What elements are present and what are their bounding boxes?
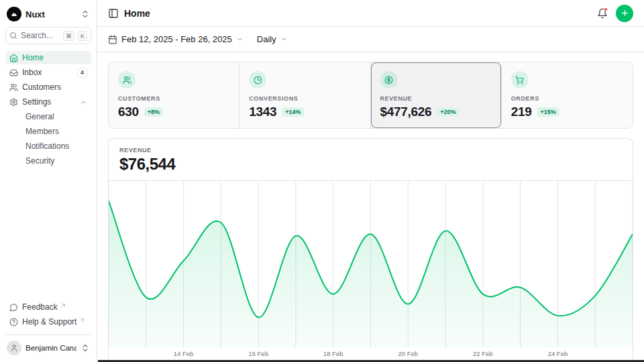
chevrons-up-down-icon bbox=[80, 343, 90, 353]
external-link-icon bbox=[79, 317, 85, 323]
stat-label: REVENUE bbox=[380, 95, 492, 102]
users-icon bbox=[9, 83, 18, 92]
footer-link-label: Help & Support bbox=[22, 317, 76, 326]
panel-left-icon bbox=[108, 8, 119, 19]
external-link-icon bbox=[60, 302, 66, 308]
chevron-up-icon bbox=[80, 99, 87, 106]
filters-toolbar: Feb 12, 2025 - Feb 26, 2025 Daily bbox=[97, 27, 644, 52]
x-axis-tick-label: 14 Feb bbox=[174, 350, 194, 357]
chart-title: REVENUE bbox=[119, 147, 622, 154]
stat-card-revenue[interactable]: REVENUE $477,626 +20% bbox=[371, 62, 502, 128]
main-header: Home bbox=[97, 0, 644, 27]
stat-card-orders[interactable]: ORDERS 219 +15% bbox=[502, 62, 633, 128]
date-range-label: Feb 12, 2025 - Feb 26, 2025 bbox=[121, 34, 232, 44]
main-panel: Home Feb 12, 2025 - Feb 26, 2025 Daily bbox=[97, 0, 644, 362]
stat-delta-badge: +20% bbox=[437, 107, 459, 117]
add-button[interactable] bbox=[616, 5, 633, 22]
user-menu[interactable]: Benjamin Canac bbox=[5, 335, 91, 357]
stat-delta-badge: +14% bbox=[282, 107, 304, 117]
revenue-chart-card: REVENUE $76,544 14 Feb16 Feb18 Feb20 Feb… bbox=[108, 138, 633, 362]
stat-delta-badge: +8% bbox=[144, 107, 163, 117]
x-axis-labels: 14 Feb16 Feb18 Feb20 Feb22 Feb24 Feb bbox=[109, 350, 633, 359]
header-actions bbox=[597, 5, 633, 22]
stat-label: ORDERS bbox=[511, 95, 623, 102]
chart-header: REVENUE $76,544 bbox=[109, 139, 633, 181]
stat-delta-badge: +15% bbox=[537, 107, 559, 117]
stat-card-conversions[interactable]: CONVERSIONS 1343 +14% bbox=[239, 62, 370, 128]
search-input[interactable]: Search... ⌘ K bbox=[5, 27, 91, 44]
notification-dot bbox=[604, 7, 608, 11]
nav-label: Inbox bbox=[22, 68, 42, 77]
x-axis-tick-label: 18 Feb bbox=[323, 350, 343, 357]
chevron-down-icon bbox=[280, 36, 288, 43]
chevron-down-icon bbox=[236, 36, 244, 43]
x-axis-tick-label: 20 Feb bbox=[398, 350, 418, 357]
stat-icon-circle bbox=[511, 71, 529, 88]
users-icon bbox=[123, 76, 131, 84]
sidebar-item-settings[interactable]: Settings bbox=[5, 95, 91, 109]
date-range-picker[interactable]: Feb 12, 2025 - Feb 26, 2025 bbox=[108, 34, 244, 44]
chart-plot-area[interactable]: 14 Feb16 Feb18 Feb20 Feb22 Feb24 Feb bbox=[109, 181, 633, 362]
revenue-area-chart bbox=[109, 181, 633, 347]
stat-card-customers[interactable]: CUSTOMERS 630 +8% bbox=[109, 62, 239, 128]
feedback-link[interactable]: Feedback bbox=[5, 300, 91, 314]
stat-icon-circle bbox=[118, 71, 136, 88]
calendar-icon bbox=[108, 35, 117, 44]
x-axis-tick-label: 16 Feb bbox=[248, 350, 268, 357]
sidebar-item-general[interactable]: General bbox=[5, 110, 91, 123]
stats-row: CUSTOMERS 630 +8% CONVERSIONS 1343 +14% bbox=[108, 62, 633, 129]
workspace-name: Nuxt bbox=[25, 9, 76, 19]
page-title: Home bbox=[124, 8, 150, 19]
x-axis-tick-label: 24 Feb bbox=[548, 350, 568, 357]
inbox-icon bbox=[9, 68, 18, 77]
workspace-switcher[interactable]: Nuxt bbox=[5, 5, 91, 27]
chevrons-up-down-icon bbox=[80, 9, 90, 19]
message-circle-icon bbox=[9, 303, 18, 312]
kbd-k: K bbox=[78, 31, 87, 41]
search-placeholder: Search... bbox=[21, 31, 60, 40]
user-name: Benjamin Canac bbox=[25, 344, 76, 352]
plus-icon bbox=[621, 9, 629, 17]
circle-dollar-icon bbox=[384, 76, 393, 84]
nuxt-logo bbox=[7, 7, 21, 21]
sidebar-item-notifications[interactable]: Notifications bbox=[5, 139, 91, 153]
notifications-button[interactable] bbox=[597, 8, 608, 19]
gear-icon bbox=[9, 98, 18, 107]
period-label: Daily bbox=[257, 34, 276, 44]
kbd-cmd: ⌘ bbox=[63, 31, 74, 41]
stat-value: 630 bbox=[118, 105, 139, 119]
x-axis-tick-label: 22 Feb bbox=[473, 350, 493, 357]
sidebar-toggle-button[interactable] bbox=[108, 8, 119, 19]
user-icon bbox=[10, 344, 18, 352]
help-support-link[interactable]: Help & Support bbox=[5, 314, 91, 329]
nuxt-mountain-icon bbox=[9, 9, 19, 19]
footer-link-label: Feedback bbox=[22, 302, 58, 312]
sidebar-nav: Home Inbox 4 Customers Settings General … bbox=[5, 51, 91, 168]
sidebar-item-members[interactable]: Members bbox=[5, 125, 91, 138]
nav-label: Settings bbox=[22, 97, 51, 107]
stat-label: CUSTOMERS bbox=[118, 95, 229, 102]
sidebar-item-inbox[interactable]: Inbox 4 bbox=[5, 66, 91, 79]
nav-label: Customers bbox=[22, 82, 61, 92]
sidebar-item-home[interactable]: Home bbox=[5, 51, 91, 64]
stat-value: 1343 bbox=[249, 105, 276, 119]
nav-label: Home bbox=[22, 53, 44, 62]
search-icon bbox=[9, 32, 17, 40]
stat-label: CONVERSIONS bbox=[249, 95, 360, 102]
sidebar-item-security[interactable]: Security bbox=[5, 154, 91, 168]
stat-icon-circle bbox=[249, 71, 266, 88]
avatar bbox=[7, 341, 21, 355]
chart-current-value: $76,544 bbox=[119, 155, 622, 174]
stat-value: $477,626 bbox=[380, 105, 432, 119]
stat-icon-circle bbox=[380, 71, 398, 88]
home-icon bbox=[9, 54, 18, 62]
period-select[interactable]: Daily bbox=[257, 34, 288, 44]
app-window: Nuxt Search... ⌘ K Home Inbox 4 Customer… bbox=[0, 0, 644, 362]
stat-value: 219 bbox=[511, 105, 532, 119]
shopping-cart-icon bbox=[515, 76, 524, 84]
chart-pie-icon bbox=[254, 76, 262, 84]
inbox-count-badge: 4 bbox=[77, 68, 87, 78]
sidebar-item-customers[interactable]: Customers bbox=[5, 80, 91, 94]
circle-help-icon bbox=[9, 318, 18, 326]
sidebar: Nuxt Search... ⌘ K Home Inbox 4 Customer… bbox=[0, 0, 97, 362]
